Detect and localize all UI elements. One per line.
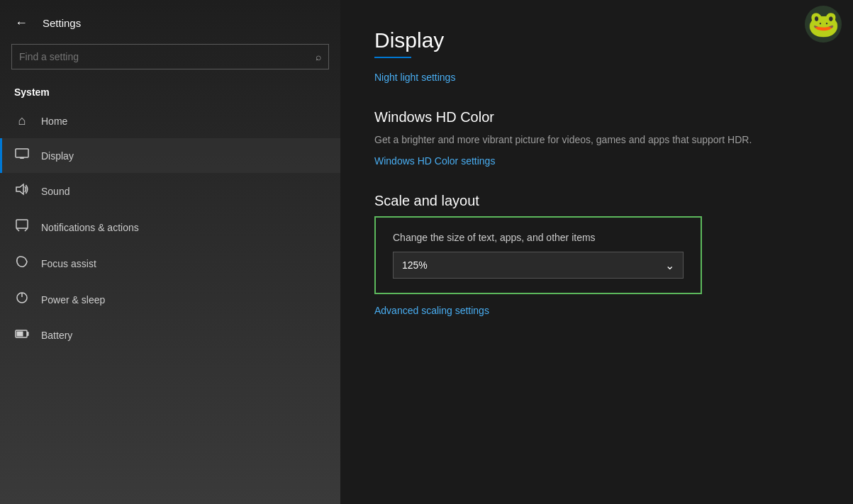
scale-value: 125%	[402, 259, 428, 271]
focus-icon	[14, 255, 30, 271]
sidebar-item-focus[interactable]: Focus assist	[0, 245, 340, 281]
system-label: System	[0, 81, 340, 103]
scale-change-label: Change the size of text, apps, and other…	[393, 232, 684, 243]
sidebar-title: Settings	[43, 17, 81, 29]
hd-color-link[interactable]: Windows HD Color settings	[374, 155, 495, 167]
sidebar-item-label-power: Power & sleep	[41, 294, 105, 306]
avatar-area: 🐸	[805, 6, 842, 43]
chevron-down-icon: ⌄	[665, 259, 674, 272]
sidebar-item-home[interactable]: ⌂ Home	[0, 103, 340, 138]
search-icon: ⌕	[316, 51, 321, 62]
sidebar-item-display[interactable]: Display	[0, 138, 340, 173]
back-icon: ←	[15, 16, 28, 30]
svg-rect-0	[16, 149, 28, 157]
sidebar-item-notifications[interactable]: Notifications & actions	[0, 209, 340, 245]
back-button[interactable]: ←	[11, 13, 31, 33]
avatar: 🐸	[805, 6, 842, 43]
battery-icon	[14, 327, 30, 342]
sidebar-item-label-notifications: Notifications & actions	[41, 222, 139, 233]
sidebar-item-sound[interactable]: Sound	[0, 173, 340, 209]
main-content: 🐸 Display Night light settings Windows H…	[340, 0, 853, 504]
scale-box: Change the size of text, apps, and other…	[374, 216, 702, 294]
sidebar-item-label-home: Home	[41, 116, 67, 127]
hd-color-title: Windows HD Color	[374, 109, 819, 125]
advanced-link-container: Advanced scaling settings	[374, 304, 819, 317]
page-title: Display	[374, 28, 819, 52]
scale-title: Scale and layout	[374, 193, 819, 209]
avatar-image: 🐸	[808, 9, 840, 39]
notifications-icon	[14, 219, 30, 235]
svg-rect-4	[16, 220, 28, 228]
search-input[interactable]	[19, 51, 310, 62]
night-light-link[interactable]: Night light settings	[374, 72, 455, 83]
sidebar-item-battery[interactable]: Battery	[0, 318, 340, 352]
scale-section: Scale and layout Change the size of text…	[374, 193, 819, 317]
scale-dropdown[interactable]: 125% ⌄	[393, 252, 684, 279]
sidebar-item-label-battery: Battery	[41, 330, 72, 341]
sidebar: ← Settings ⌕ System ⌂ Home Display	[0, 0, 340, 504]
sidebar-header: ← Settings	[0, 0, 340, 41]
display-icon	[14, 148, 30, 163]
sidebar-item-label-sound: Sound	[41, 186, 69, 197]
search-box[interactable]: ⌕	[11, 44, 329, 69]
svg-rect-11	[17, 332, 23, 337]
title-underline	[374, 57, 411, 58]
svg-rect-10	[27, 332, 29, 336]
advanced-scaling-link[interactable]: Advanced scaling settings	[374, 305, 489, 316]
sidebar-item-label-display: Display	[41, 150, 74, 162]
power-icon	[14, 291, 30, 308]
sidebar-item-label-focus: Focus assist	[41, 258, 96, 269]
svg-marker-3	[16, 184, 23, 194]
sound-icon	[14, 183, 30, 199]
sidebar-item-power[interactable]: Power & sleep	[0, 281, 340, 318]
home-icon: ⌂	[14, 113, 30, 128]
hd-color-desc: Get a brighter and more vibrant picture …	[374, 133, 819, 147]
